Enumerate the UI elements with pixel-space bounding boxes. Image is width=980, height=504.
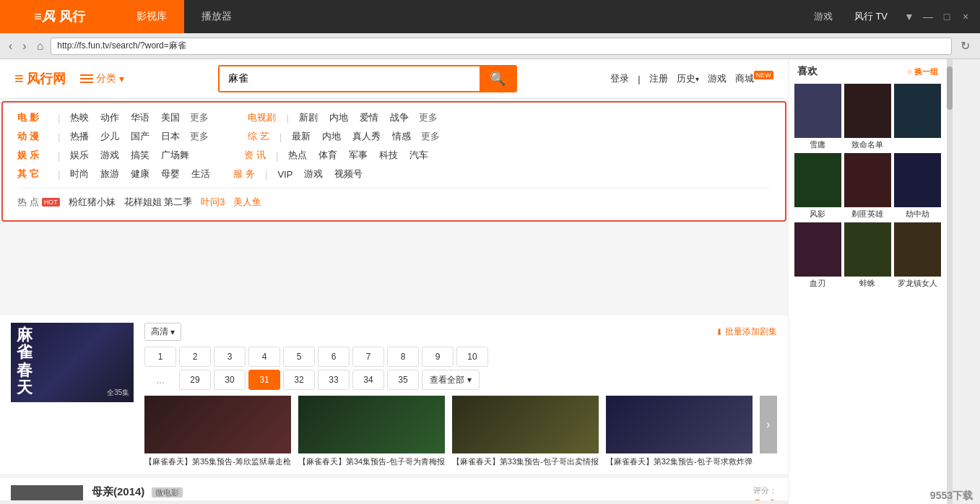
- drama-thumbnail[interactable]: 麻雀春天 全35集: [11, 323, 134, 402]
- cat-reality[interactable]: 真人秀: [347, 130, 386, 143]
- preview-item-3[interactable]: 【麻雀春天】第32集预告-包子哥求救炸弹: [606, 396, 753, 466]
- cat-services[interactable]: 服 务: [227, 168, 261, 181]
- maximize-button[interactable]: □: [940, 9, 954, 24]
- cat-funny[interactable]: 搞笑: [125, 149, 155, 162]
- sidebar-item-5[interactable]: 劫中劫: [894, 153, 941, 220]
- cat-japan[interactable]: 日本: [155, 130, 186, 143]
- cat-tech[interactable]: 科技: [373, 149, 404, 162]
- cat-variety-more[interactable]: 更多: [417, 130, 444, 143]
- sidebar-item-6[interactable]: 血刃: [794, 222, 841, 289]
- refresh-button[interactable]: ↻: [956, 38, 974, 54]
- cat-sports[interactable]: 体育: [313, 149, 343, 162]
- cat-action[interactable]: 动作: [95, 111, 125, 124]
- episode-34[interactable]: 34: [352, 370, 384, 390]
- register-link[interactable]: 注册: [649, 72, 668, 85]
- cat-games[interactable]: 游戏: [95, 149, 125, 162]
- cat-health[interactable]: 健康: [125, 168, 155, 181]
- episode-29[interactable]: 29: [179, 370, 211, 390]
- episode-10[interactable]: 10: [456, 347, 488, 367]
- sidebar-item-0[interactable]: 雪庸: [794, 84, 841, 150]
- sidebar-item-1[interactable]: 致命名单: [844, 84, 891, 150]
- episode-2[interactable]: 2: [179, 347, 211, 367]
- cat-hot-screening[interactable]: 热映: [64, 111, 95, 124]
- sidebar-refresh-button[interactable]: ○ 换一组: [907, 66, 938, 77]
- cat-auto[interactable]: 汽车: [404, 149, 434, 162]
- episode-30[interactable]: 30: [214, 370, 246, 390]
- shop-link[interactable]: 商城NEW: [735, 72, 773, 85]
- cat-square-dance[interactable]: 广场舞: [155, 149, 195, 162]
- episode-33[interactable]: 33: [318, 370, 350, 390]
- cat-military[interactable]: 军事: [343, 149, 373, 162]
- nav-item-yingshiku[interactable]: 影视库: [119, 0, 184, 33]
- cat-games2[interactable]: 游戏: [298, 168, 329, 181]
- hot-item-0[interactable]: 粉红猪小妹: [69, 196, 116, 209]
- episode-3[interactable]: 3: [214, 347, 246, 367]
- nav-item-bofangqi[interactable]: 播放器: [184, 0, 249, 33]
- cat-vip[interactable]: VIP: [272, 169, 298, 180]
- cat-new-drama[interactable]: 新剧: [293, 111, 324, 124]
- episode-35[interactable]: 35: [387, 370, 419, 390]
- back-button[interactable]: ‹: [6, 38, 15, 54]
- cat-mainland2[interactable]: 内地: [316, 130, 347, 143]
- cat-american[interactable]: 美国: [155, 111, 186, 124]
- fengxing-tv-button[interactable]: 风行 TV: [847, 7, 895, 26]
- episode-5[interactable]: 5: [283, 347, 315, 367]
- cat-tv-drama[interactable]: 电视剧: [242, 111, 282, 124]
- login-link[interactable]: 登录: [610, 72, 629, 85]
- preview-next-button[interactable]: ›: [760, 396, 777, 453]
- scrollbar-right[interactable]: [947, 59, 953, 504]
- close-button[interactable]: ×: [958, 9, 973, 24]
- cat-variety[interactable]: 综 艺: [242, 130, 275, 143]
- episode-1[interactable]: 1: [144, 347, 176, 367]
- scroll-thumb[interactable]: [947, 66, 953, 110]
- dropdown-button[interactable]: ▼: [902, 9, 916, 24]
- episode-9[interactable]: 9: [422, 347, 454, 367]
- preview-item-2[interactable]: 【麻雀春天】第33集预告-包子哥出卖情报: [452, 396, 599, 466]
- home-button[interactable]: ⌂: [34, 38, 47, 54]
- cat-babycare[interactable]: 母婴: [155, 168, 186, 181]
- cat-emotion[interactable]: 情感: [386, 130, 417, 143]
- episode-4[interactable]: 4: [248, 347, 280, 367]
- cat-travel[interactable]: 旅游: [95, 168, 125, 181]
- address-input[interactable]: [51, 38, 952, 55]
- cat-latest[interactable]: 最新: [286, 130, 316, 143]
- game-button[interactable]: 游戏: [807, 7, 840, 26]
- forward-button[interactable]: ›: [19, 38, 29, 54]
- cat-chinese[interactable]: 华语: [125, 111, 155, 124]
- episode-6[interactable]: 6: [318, 347, 350, 367]
- episode-32[interactable]: 32: [283, 370, 315, 390]
- episode-31[interactable]: 31: [248, 370, 280, 390]
- episode-8[interactable]: 8: [387, 347, 419, 367]
- sidebar-item-3[interactable]: 风影: [794, 153, 841, 220]
- search-input[interactable]: [220, 66, 480, 91]
- cat-fashion[interactable]: 时尚: [64, 168, 95, 181]
- preview-item-1[interactable]: 【麻雀春天】第34集预告-包子哥为青梅报: [298, 396, 445, 466]
- cat-hotspot[interactable]: 热点: [282, 149, 313, 162]
- cat-channel[interactable]: 视频号: [329, 168, 368, 181]
- cat-hot-play[interactable]: 热播: [64, 130, 95, 143]
- hot-item-1[interactable]: 花样姐姐 第二季: [124, 196, 193, 209]
- episode-7[interactable]: 7: [352, 347, 384, 367]
- cat-life[interactable]: 生活: [186, 168, 216, 181]
- cat-romance[interactable]: 爱情: [354, 111, 384, 124]
- sidebar-item-2[interactable]: [894, 84, 941, 150]
- preview-item-0[interactable]: 【麻雀春天】第35集预告-筹欣监狱暴走枪: [144, 396, 291, 466]
- cat-movie-more[interactable]: 更多: [186, 111, 213, 124]
- cat-mainland[interactable]: 内地: [324, 111, 354, 124]
- category-menu-button[interactable]: 分类 ▾: [80, 72, 124, 85]
- cat-war[interactable]: 战争: [384, 111, 415, 124]
- minimize-button[interactable]: —: [921, 9, 935, 24]
- cat-domestic[interactable]: 国产: [125, 130, 155, 143]
- cat-kids[interactable]: 少儿: [95, 130, 125, 143]
- view-all-button[interactable]: 查看全部 ▾: [422, 370, 480, 390]
- sidebar-item-4[interactable]: 剃匪英雄: [844, 153, 891, 220]
- search-button[interactable]: 🔍: [480, 66, 516, 91]
- sidebar-item-7[interactable]: 蚌蛛: [844, 222, 891, 289]
- cat-news[interactable]: 资 讯: [238, 149, 272, 162]
- hot-item-2[interactable]: 叶问3: [201, 196, 225, 209]
- quality-button[interactable]: 高清 ▾: [144, 323, 181, 341]
- below-fold-thumbnail[interactable]: [11, 485, 83, 500]
- games-link[interactable]: 游戏: [708, 72, 727, 85]
- batch-add-button[interactable]: ⬇ 批量添加剧集: [716, 326, 777, 338]
- cat-entertainment[interactable]: 娱乐: [64, 149, 95, 162]
